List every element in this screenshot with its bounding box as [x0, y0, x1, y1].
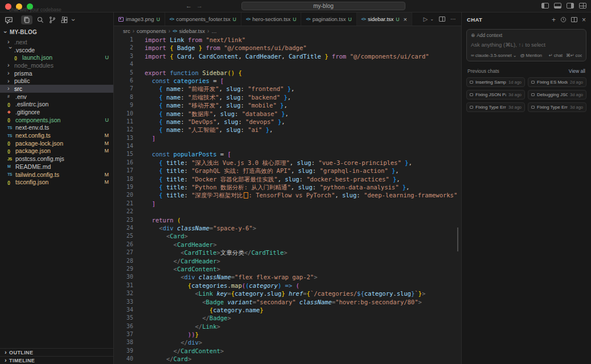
line-number[interactable]: 17	[114, 167, 133, 175]
line-number[interactable]: 19	[114, 183, 133, 191]
breadcrumb-item[interactable]: …	[211, 28, 217, 34]
tree-item-public[interactable]: ›public	[0, 77, 113, 85]
breadcrumb-item[interactable]: components	[137, 28, 166, 34]
code-line-31[interactable]: {categories.map((category) => (	[145, 282, 461, 289]
chat-input[interactable]: ⊕ Add context Ask anything (⌘L), ↑↓ to s…	[466, 29, 586, 61]
line-number[interactable]: 20	[114, 191, 133, 199]
code-line-15[interactable]: const popularPosts = [	[145, 150, 461, 158]
code-line-22[interactable]	[145, 208, 461, 216]
line-number[interactable]: 39	[114, 347, 133, 355]
line-number[interactable]: 7	[114, 85, 133, 93]
chat-check-icon[interactable]	[5, 16, 13, 24]
toggle-panel-icon[interactable]	[554, 3, 561, 9]
code-line-4[interactable]	[145, 60, 461, 68]
code-line-9[interactable]: { name: "移动开发", slug: "mobile" },	[145, 101, 461, 109]
tab-image3.png[interactable]: image3.pngU	[114, 13, 165, 26]
line-number[interactable]: 2	[114, 44, 133, 52]
line-number[interactable]: 34	[114, 306, 133, 314]
chat-history-icon[interactable]	[560, 16, 567, 23]
line-number[interactable]: 1	[114, 36, 133, 44]
tab-pagination.tsx[interactable]: <>pagination.tsxU	[301, 13, 356, 26]
tree-item-launch.json[interactable]: {}launch.jsonU	[0, 53, 113, 61]
code-line-39[interactable]: </CardContent>	[145, 347, 461, 355]
line-number[interactable]: 21	[114, 200, 133, 208]
line-number[interactable]: 15	[114, 150, 133, 158]
view-all-link[interactable]: View all	[569, 68, 585, 74]
navigate-back-icon[interactable]: ←	[186, 2, 192, 10]
line-number[interactable]: 36	[114, 322, 133, 330]
code-line-19[interactable]: { title: "Python 数据分析: 从入门到精通", slug: "p…	[145, 183, 461, 191]
close-panel-icon[interactable]: ×	[582, 16, 586, 23]
line-number[interactable]: 31	[114, 282, 133, 289]
line-number[interactable]: 23	[114, 216, 133, 224]
line-number[interactable]: 6	[114, 77, 133, 85]
project-root[interactable]: › MY-BLOG	[0, 27, 113, 37]
tree-item-postcss.config.mjs[interactable]: JSpostcss.config.mjs	[0, 155, 113, 163]
line-number[interactable]: 28	[114, 257, 133, 265]
line-number[interactable]: 26	[114, 241, 133, 249]
run-icon[interactable]: ▷	[424, 16, 428, 22]
tab-components_footer.tsx[interactable]: <>components_footer.tsxU	[165, 13, 241, 26]
code-line-40[interactable]: </Card>	[145, 355, 461, 363]
more-actions-icon[interactable]: ⋯	[450, 16, 456, 22]
code-line-23[interactable]: return (	[145, 216, 461, 224]
code-line-5[interactable]: export function Sidebar() {	[145, 69, 461, 77]
new-chat-icon[interactable]: +	[552, 16, 556, 23]
code-line-34[interactable]: {category.name}	[145, 306, 461, 314]
line-number[interactable]: 22	[114, 208, 133, 216]
previous-chat-item[interactable]: Inserting Sampl...1d ago	[466, 77, 525, 87]
tree-item-tsconfig.json[interactable]: {}tsconfig.jsonM	[0, 178, 113, 186]
code-line-28[interactable]: </CardHeader>	[145, 257, 461, 265]
code-line-38[interactable]: </div>	[145, 338, 461, 346]
tab-hero-section.tsx[interactable]: <>hero-section.tsxU	[241, 13, 302, 26]
window-title[interactable]: my-blog	[241, 2, 405, 10]
tree-item-.gitignore[interactable]: ◆.gitignore	[0, 108, 113, 116]
previous-chat-item[interactable]: Fixing Type Erro...3d ago	[466, 102, 525, 112]
code-line-13[interactable]: ]	[145, 134, 461, 142]
tree-item-src[interactable]: ›src	[0, 85, 113, 93]
code-line-29[interactable]: <CardContent>	[145, 265, 461, 273]
more-views-icon[interactable]: ›	[70, 19, 77, 21]
code-line-37[interactable]: ))}	[145, 330, 461, 338]
line-number[interactable]: 18	[114, 175, 133, 183]
tab-sidebar.tsx[interactable]: <>sidebar.tsxU×	[357, 13, 412, 26]
code-line-18[interactable]: { title: "Docker 容器化部署最佳实践", slug: "dock…	[145, 175, 461, 183]
line-number[interactable]: 38	[114, 338, 133, 346]
line-number[interactable]: 32	[114, 289, 133, 297]
code-line-30[interactable]: <div className="flex flex-wrap gap-2">	[145, 273, 461, 281]
line-number[interactable]: 4	[114, 60, 133, 68]
customize-layout-icon[interactable]	[579, 3, 586, 9]
previous-chat-item[interactable]: Fixing JSON Par...3d ago	[466, 90, 525, 100]
timeline-section-header[interactable]: › TIMELINE	[0, 356, 113, 364]
split-editor-icon[interactable]	[439, 16, 445, 22]
close-tab-icon[interactable]: ×	[403, 16, 407, 23]
code-editor[interactable]: 1234567891011121314151617181920212223242…	[114, 35, 461, 364]
code-line-24[interactable]: <div className="space-y-6">	[145, 224, 461, 232]
files-icon[interactable]	[21, 15, 32, 24]
previous-chat-item[interactable]: Debugging JSO...3d ago	[528, 90, 586, 100]
line-number[interactable]: 30	[114, 273, 133, 281]
run-dropdown-icon[interactable]: ⌄	[430, 16, 434, 22]
code-line-21[interactable]: ]	[145, 200, 461, 208]
code-line-27[interactable]: <CardTitle>文章分类</CardTitle>	[145, 249, 461, 257]
chat-layout-icon[interactable]	[571, 17, 577, 22]
previous-chat-item[interactable]: Fixing ES Modul...2d ago	[528, 77, 586, 87]
line-number[interactable]: 12	[114, 126, 133, 134]
mention-button[interactable]: @ Mention	[520, 53, 542, 58]
line-number[interactable]: 29	[114, 265, 133, 273]
code-line-25[interactable]: <Card>	[145, 232, 461, 240]
code-line-3[interactable]: import { Card, CardContent, CardHeader, …	[145, 52, 461, 60]
submit-codebase-button[interactable]: ⌘↵ codebase	[566, 53, 582, 58]
search-icon[interactable]	[36, 16, 44, 24]
code-line-12[interactable]: { name: "人工智能", slug: "ai" },	[145, 126, 461, 134]
code-line-32[interactable]: <Link key={category.slug} href={`/catego…	[145, 289, 461, 297]
model-selector[interactable]: ∞ claude-3.5-sonnet ⌄	[471, 53, 516, 58]
toggle-secondary-sidebar-icon[interactable]	[567, 3, 574, 9]
code-line-33[interactable]: <Badge variant="secondary" className="ho…	[145, 298, 461, 306]
line-number[interactable]: 8	[114, 93, 133, 101]
line-number[interactable]: 25	[114, 232, 133, 240]
submit-chat-button[interactable]: ↵ chat	[549, 53, 563, 58]
tree-item-package.json[interactable]: {}package.jsonM	[0, 147, 113, 155]
code-line-1[interactable]: import Link from "next/link"	[145, 36, 461, 44]
line-number[interactable]: 33	[114, 298, 133, 306]
